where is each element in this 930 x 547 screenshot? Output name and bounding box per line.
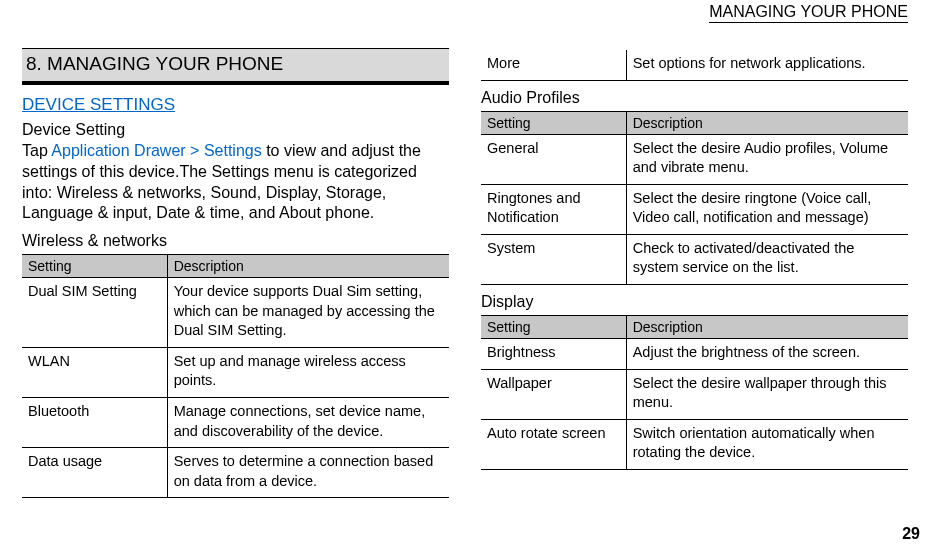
settings-path-link: Application Drawer > Settings <box>51 142 261 159</box>
table-row: System Check to activated/deactivated th… <box>481 234 908 284</box>
audio-heading: Audio Profiles <box>481 89 908 107</box>
col-header-description: Description <box>167 255 449 278</box>
table-row: Ringtones and Notification Select the de… <box>481 184 908 234</box>
wireless-heading: Wireless & networks <box>22 232 449 250</box>
table-header-row: Setting Description <box>481 315 908 338</box>
cell-setting: Auto rotate screen <box>481 419 626 469</box>
cell-description: Switch orientation automatically when ro… <box>626 419 908 469</box>
section-heading: DEVICE SETTINGS <box>22 95 449 115</box>
table-row: Wallpaper Select the desire wallpaper th… <box>481 369 908 419</box>
cell-setting: System <box>481 234 626 284</box>
chapter-title: 8. MANAGING YOUR PHONE <box>22 48 449 85</box>
cell-description: Adjust the brightness of the screen. <box>626 338 908 369</box>
display-table: Setting Description Brightness Adjust th… <box>481 315 908 470</box>
cell-setting: Bluetooth <box>22 398 167 448</box>
cell-setting: Brightness <box>481 338 626 369</box>
col-header-setting: Setting <box>481 315 626 338</box>
page-number: 29 <box>902 525 920 543</box>
col-header-setting: Setting <box>22 255 167 278</box>
cell-setting: More <box>481 50 626 80</box>
cell-description: Set options for network applications. <box>626 50 908 80</box>
cell-description: Set up and manage wireless access points… <box>167 347 449 397</box>
table-row: Auto rotate screen Switch orientation au… <box>481 419 908 469</box>
table-row: Data usage Serves to determine a connect… <box>22 448 449 498</box>
cell-setting: WLAN <box>22 347 167 397</box>
running-header: MANAGING YOUR PHONE <box>709 3 908 23</box>
display-heading: Display <box>481 293 908 311</box>
col-header-setting: Setting <box>481 111 626 134</box>
cell-description: Select the desire Audio profiles, Volume… <box>626 134 908 184</box>
cell-description: Serves to determine a connection based o… <box>167 448 449 498</box>
table-row: Brightness Adjust the brightness of the … <box>481 338 908 369</box>
cell-setting: Data usage <box>22 448 167 498</box>
cell-setting: Wallpaper <box>481 369 626 419</box>
content-columns: 8. MANAGING YOUR PHONE DEVICE SETTINGS D… <box>0 0 930 506</box>
cell-setting: General <box>481 134 626 184</box>
table-row: More Set options for network application… <box>481 50 908 80</box>
cell-setting: Ringtones and Notification <box>481 184 626 234</box>
col-header-description: Description <box>626 111 908 134</box>
body-text-before: Tap <box>22 142 51 159</box>
table-row: General Select the desire Audio profiles… <box>481 134 908 184</box>
cell-setting: Dual SIM Setting <box>22 278 167 348</box>
wireless-table: Setting Description Dual SIM Setting You… <box>22 254 449 498</box>
table-row: WLAN Set up and manage wireless access p… <box>22 347 449 397</box>
left-column: 8. MANAGING YOUR PHONE DEVICE SETTINGS D… <box>22 48 449 506</box>
cell-description: Select the desire wallpaper through this… <box>626 369 908 419</box>
table-header-row: Setting Description <box>22 255 449 278</box>
right-column: More Set options for network application… <box>481 48 908 506</box>
body-paragraph: Tap Application Drawer > Settings to vie… <box>22 141 449 224</box>
table-row: Dual SIM Setting Your device supports Du… <box>22 278 449 348</box>
audio-table: Setting Description General Select the d… <box>481 111 908 285</box>
table-header-row: Setting Description <box>481 111 908 134</box>
cell-description: Manage connections, set device name, and… <box>167 398 449 448</box>
sub-heading: Device Setting <box>22 121 449 139</box>
cell-description: Your device supports Dual Sim setting, w… <box>167 278 449 348</box>
cell-description: Select the desire ringtone (Voice call, … <box>626 184 908 234</box>
table-row: Bluetooth Manage connections, set device… <box>22 398 449 448</box>
col-header-description: Description <box>626 315 908 338</box>
cell-description: Check to activated/deactivated the syste… <box>626 234 908 284</box>
wireless-table-continued: More Set options for network application… <box>481 50 908 81</box>
